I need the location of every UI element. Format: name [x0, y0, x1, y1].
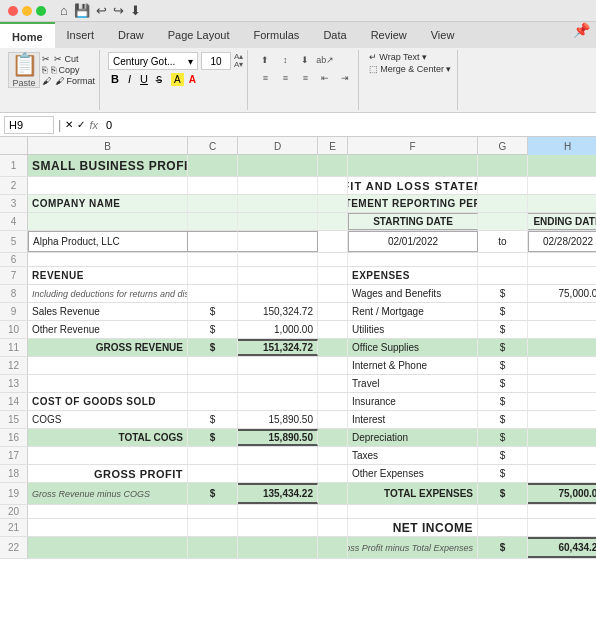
cell-h22[interactable]: 60,434.22: [528, 537, 596, 558]
cell-b3[interactable]: COMPANY NAME: [28, 195, 188, 212]
align-center-button[interactable]: ≡: [276, 70, 294, 86]
cell-c13[interactable]: [188, 375, 238, 392]
format-button[interactable]: 🖌 🖌 Format: [42, 76, 95, 86]
cell-d20[interactable]: [238, 505, 318, 518]
cell-b11[interactable]: GROSS REVENUE: [28, 339, 188, 356]
cell-c2[interactable]: [188, 177, 238, 194]
cell-f16[interactable]: Depreciation: [348, 429, 478, 446]
cell-f8[interactable]: Wages and Benefits: [348, 285, 478, 302]
cell-c7[interactable]: [188, 267, 238, 284]
cell-b15[interactable]: COGS: [28, 411, 188, 428]
cell-g21[interactable]: [478, 519, 528, 536]
cell-f7[interactable]: EXPENSES: [348, 267, 478, 284]
cell-b7[interactable]: REVENUE: [28, 267, 188, 284]
cell-c21[interactable]: [188, 519, 238, 536]
cell-g6[interactable]: [478, 253, 528, 266]
cell-g12[interactable]: $: [478, 357, 528, 374]
cell-g3[interactable]: [478, 195, 528, 212]
cell-f20[interactable]: [348, 505, 478, 518]
cell-e15[interactable]: [318, 411, 348, 428]
col-header-c[interactable]: C: [188, 137, 238, 155]
cell-b19[interactable]: Gross Revenue minus COGS: [28, 483, 188, 504]
toolbar-icons[interactable]: ⌂ 💾 ↩ ↪ ⬇: [60, 3, 141, 18]
cell-h9[interactable]: -: [528, 303, 596, 320]
cell-e2[interactable]: [318, 177, 348, 194]
cell-e10[interactable]: [318, 321, 348, 338]
cell-d9[interactable]: 150,324.72: [238, 303, 318, 320]
cell-b13[interactable]: [28, 375, 188, 392]
cell-g10[interactable]: $: [478, 321, 528, 338]
cell-c11[interactable]: $: [188, 339, 238, 356]
font-size-arrows[interactable]: A▴ A▾: [234, 53, 243, 69]
cell-c14[interactable]: [188, 393, 238, 410]
cell-f11[interactable]: Office Supplies: [348, 339, 478, 356]
cell-g9[interactable]: $: [478, 303, 528, 320]
cell-b22[interactable]: [28, 537, 188, 558]
cell-h18[interactable]: -: [528, 465, 596, 482]
tab-insert[interactable]: Insert: [55, 22, 107, 48]
cell-b16[interactable]: TOTAL COGS: [28, 429, 188, 446]
col-header-e[interactable]: E: [318, 137, 348, 155]
italic-button[interactable]: I: [125, 72, 134, 86]
cell-g4[interactable]: [478, 213, 528, 230]
merge-center-button[interactable]: ⬚ Merge & Center ▾: [369, 64, 451, 74]
highlight-button[interactable]: A: [171, 73, 184, 86]
cell-h13[interactable]: -: [528, 375, 596, 392]
col-header-f[interactable]: F: [348, 137, 478, 155]
dropdown-icon[interactable]: ⬇: [130, 3, 141, 18]
orientation-button[interactable]: ab↗: [316, 52, 334, 68]
font-size-decrease[interactable]: A▾: [234, 61, 243, 69]
cell-b17[interactable]: [28, 447, 188, 464]
cell-d21[interactable]: [238, 519, 318, 536]
cell-b12[interactable]: [28, 357, 188, 374]
cell-f9[interactable]: Rent / Mortgage: [348, 303, 478, 320]
cell-c5[interactable]: [188, 231, 238, 252]
cell-h20[interactable]: [528, 505, 596, 518]
cell-e9[interactable]: [318, 303, 348, 320]
close-button[interactable]: [8, 6, 18, 16]
cell-b9[interactable]: Sales Revenue: [28, 303, 188, 320]
align-left-button[interactable]: ≡: [256, 70, 274, 86]
cell-h19[interactable]: 75,000.00: [528, 483, 596, 504]
cell-e5[interactable]: [318, 231, 348, 252]
cell-e14[interactable]: [318, 393, 348, 410]
cell-g14[interactable]: $: [478, 393, 528, 410]
cell-b18[interactable]: GROSS PROFIT: [28, 465, 188, 482]
cell-b14[interactable]: COST OF GOODS SOLD: [28, 393, 188, 410]
cell-f12[interactable]: Internet & Phone: [348, 357, 478, 374]
cell-c4[interactable]: [188, 213, 238, 230]
indent-increase-button[interactable]: ⇥: [336, 70, 354, 86]
cell-c1[interactable]: [188, 155, 238, 176]
cell-h3[interactable]: [528, 195, 596, 212]
cell-d5[interactable]: [238, 231, 318, 252]
redo-icon[interactable]: ↪: [113, 3, 124, 18]
cut-button[interactable]: ✂ ✂ Cut: [42, 54, 95, 64]
cell-b10[interactable]: Other Revenue: [28, 321, 188, 338]
cell-d15[interactable]: 15,890.50: [238, 411, 318, 428]
wrap-text-button[interactable]: ↵ Wrap Text ▾: [369, 52, 451, 62]
cell-e4[interactable]: [318, 213, 348, 230]
cell-g18[interactable]: $: [478, 465, 528, 482]
tab-home[interactable]: Home: [0, 22, 55, 48]
cell-e19[interactable]: [318, 483, 348, 504]
cell-e20[interactable]: [318, 505, 348, 518]
cell-e12[interactable]: [318, 357, 348, 374]
cell-g13[interactable]: $: [478, 375, 528, 392]
cell-e3[interactable]: [318, 195, 348, 212]
tab-draw[interactable]: Draw: [106, 22, 156, 48]
cell-e18[interactable]: [318, 465, 348, 482]
cell-h12[interactable]: -: [528, 357, 596, 374]
cell-c15[interactable]: $: [188, 411, 238, 428]
cell-c3[interactable]: [188, 195, 238, 212]
cell-d19[interactable]: 135,434.22: [238, 483, 318, 504]
tab-page-layout[interactable]: Page Layout: [156, 22, 242, 48]
cell-e21[interactable]: [318, 519, 348, 536]
cell-f3[interactable]: STATEMENT REPORTING PERIOD: [348, 195, 478, 212]
minimize-button[interactable]: [22, 6, 32, 16]
cell-g19[interactable]: $: [478, 483, 528, 504]
cell-f17[interactable]: Taxes: [348, 447, 478, 464]
cell-e11[interactable]: [318, 339, 348, 356]
cell-b1[interactable]: SMALL BUSINESS PROFIT AND LOSS STATEMENT…: [28, 155, 188, 176]
expand-formula-button[interactable]: ✕: [65, 119, 73, 130]
cell-c6[interactable]: [188, 253, 238, 266]
